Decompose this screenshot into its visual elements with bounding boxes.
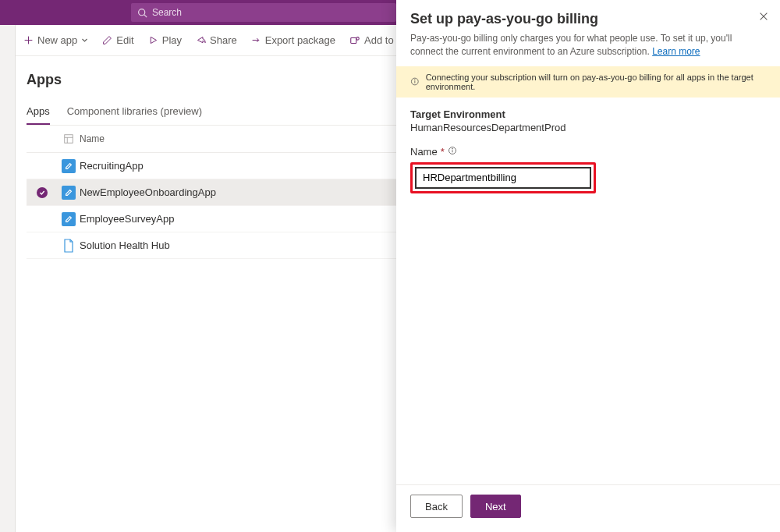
canvas-app-icon xyxy=(62,159,76,173)
pencil-icon xyxy=(102,35,112,45)
svg-marker-4 xyxy=(151,37,156,43)
plus-icon xyxy=(23,35,34,45)
canvas-app-icon xyxy=(62,186,76,200)
svg-point-20 xyxy=(452,148,452,149)
target-env-value: HumanResourcesDepartmentProd xyxy=(410,122,766,133)
close-button[interactable] xyxy=(758,11,769,25)
play-button[interactable]: Play xyxy=(148,34,182,46)
panel-description: Pay-as-you-go billing only charges you f… xyxy=(410,32,766,59)
tab-component-libraries[interactable]: Component libraries (preview) xyxy=(67,101,202,125)
learn-more-link[interactable]: Learn more xyxy=(652,46,700,57)
edit-label: Edit xyxy=(116,34,133,46)
svg-line-1 xyxy=(144,14,147,16)
billing-panel: Set up pay-as-you-go billing Pay-as-you-… xyxy=(396,0,780,532)
chevron-down-icon xyxy=(81,37,88,44)
left-rail xyxy=(0,25,16,532)
svg-point-7 xyxy=(356,37,360,40)
selected-check-icon xyxy=(37,187,48,198)
next-button[interactable]: Next xyxy=(470,495,521,518)
column-picker-icon[interactable] xyxy=(63,133,74,144)
share-label: Share xyxy=(210,34,237,46)
svg-point-0 xyxy=(139,9,145,15)
play-label: Play xyxy=(162,34,182,46)
export-button[interactable]: Export package xyxy=(251,34,335,46)
info-icon xyxy=(410,76,420,87)
panel-title: Set up pay-as-you-go billing xyxy=(410,11,766,27)
close-icon xyxy=(758,11,769,22)
svg-rect-10 xyxy=(65,135,73,144)
target-env-label: Target Environment xyxy=(410,108,766,120)
svg-point-17 xyxy=(414,80,415,80)
search-icon xyxy=(137,8,147,18)
help-icon[interactable] xyxy=(448,146,457,158)
tab-apps[interactable]: Apps xyxy=(27,101,50,125)
new-app-label: New app xyxy=(37,34,77,46)
export-icon xyxy=(251,35,261,45)
share-icon xyxy=(196,35,206,45)
name-input[interactable] xyxy=(415,167,591,189)
banner-text: Connecting your subscription will turn o… xyxy=(426,73,766,91)
play-icon xyxy=(148,35,158,45)
share-button[interactable]: Share xyxy=(196,34,237,46)
export-label: Export package xyxy=(265,34,335,46)
name-field-highlight xyxy=(410,162,596,193)
info-banner: Connecting your subscription will turn o… xyxy=(396,66,780,98)
svg-rect-6 xyxy=(351,37,356,43)
new-app-button[interactable]: New app xyxy=(23,34,88,46)
search-input[interactable] xyxy=(152,7,390,18)
teams-icon xyxy=(349,35,360,46)
back-button[interactable]: Back xyxy=(410,495,463,518)
required-asterisk: * xyxy=(441,146,445,158)
search-box[interactable] xyxy=(131,3,396,22)
canvas-app-icon xyxy=(62,212,76,226)
edit-button[interactable]: Edit xyxy=(102,34,133,46)
name-field-label: Name * xyxy=(410,146,766,158)
model-app-icon xyxy=(62,239,76,253)
